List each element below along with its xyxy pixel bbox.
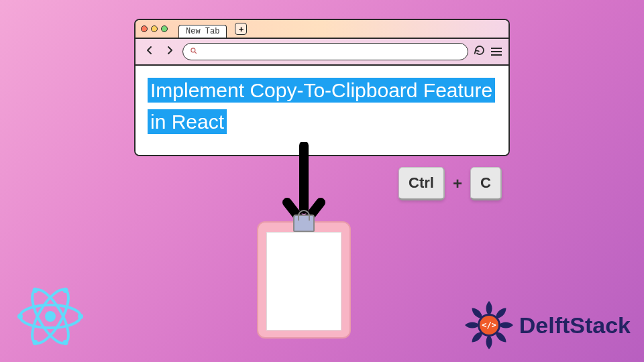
delftstack-badge-icon: </> — [463, 299, 515, 351]
svg-line-1 — [195, 52, 197, 54]
svg-point-21 — [476, 336, 478, 339]
browser-window: New Tab + Implement Copy-To-Clipboard Fe… — [134, 19, 510, 156]
svg-point-20 — [488, 341, 490, 343]
selected-text: Implement Copy-To-Clipboard Feature in R… — [148, 78, 495, 134]
browser-toolbar — [136, 39, 508, 66]
clipboard-paper — [266, 232, 341, 330]
back-button[interactable] — [142, 44, 157, 59]
svg-point-11 — [33, 340, 38, 345]
delftstack-label: DelftStack — [519, 312, 631, 339]
svg-point-22 — [471, 324, 474, 326]
react-logo-icon — [10, 280, 91, 355]
svg-point-23 — [476, 312, 478, 314]
address-bar[interactable] — [182, 43, 468, 60]
svg-point-19 — [499, 336, 502, 339]
reload-button[interactable] — [474, 44, 486, 60]
browser-titlebar: New Tab + — [136, 20, 508, 39]
svg-point-12 — [63, 288, 68, 293]
close-icon[interactable] — [141, 25, 148, 32]
window-controls — [141, 25, 168, 32]
browser-tab[interactable]: New Tab — [178, 25, 227, 38]
svg-point-18 — [504, 324, 507, 326]
svg-point-7 — [78, 314, 83, 319]
svg-point-3 — [45, 311, 56, 322]
search-icon — [190, 46, 198, 58]
menu-button[interactable] — [491, 48, 502, 56]
minimize-icon[interactable] — [151, 25, 158, 32]
clipboard-clip — [293, 215, 315, 232]
new-tab-button[interactable]: + — [235, 23, 247, 35]
svg-point-10 — [33, 288, 38, 293]
key-ctrl: Ctrl — [398, 167, 445, 200]
delftstack-logo: </> DelftStack — [463, 299, 631, 351]
forward-button[interactable] — [162, 44, 177, 59]
svg-point-0 — [191, 48, 195, 52]
keyboard-shortcut: Ctrl + C — [398, 167, 502, 200]
svg-point-17 — [499, 312, 502, 314]
clipboard-icon — [257, 221, 351, 339]
svg-point-9 — [63, 340, 68, 345]
svg-text:</>: </> — [482, 320, 496, 330]
svg-point-8 — [17, 314, 23, 319]
key-c: C — [470, 167, 502, 200]
maximize-icon[interactable] — [161, 25, 168, 32]
svg-point-16 — [488, 307, 490, 310]
plus-icon: + — [453, 174, 462, 193]
